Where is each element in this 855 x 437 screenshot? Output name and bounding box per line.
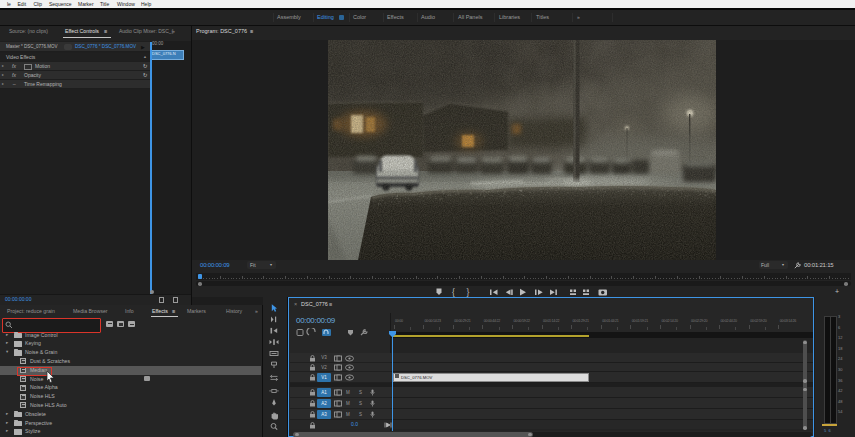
svg-text:}: } (467, 287, 470, 297)
svg-text:{: { (452, 287, 455, 297)
